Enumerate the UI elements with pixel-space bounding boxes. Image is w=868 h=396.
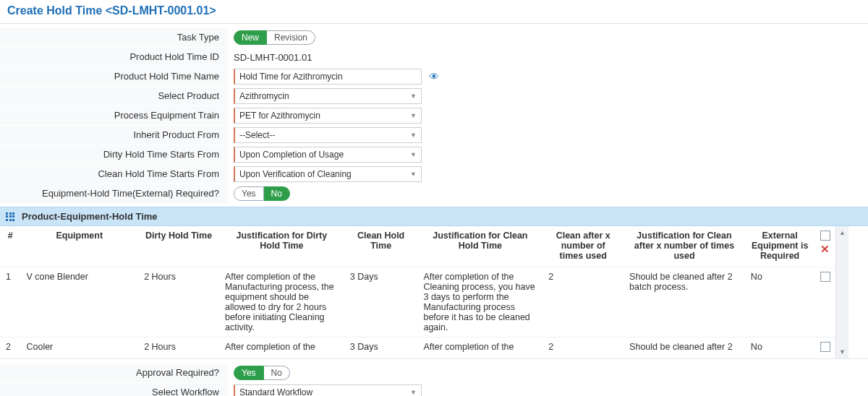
cell-check [814,337,835,358]
grid-icon [6,212,14,221]
form-area-bottom: Approval Required? Yes No Select Workflo… [0,359,868,397]
cell-num: 2 [0,337,20,358]
label-ext-required: Equipment-Hold Time(External) Required? [0,184,228,203]
col-select-all: ✕ [814,226,835,267]
cell-equipment: Cooler [20,337,138,358]
col-num: # [0,226,20,267]
delete-selected-icon[interactable]: ✕ [820,243,830,255]
cell-equipment: V cone Blender [20,267,138,337]
select-pet-value: PET for Azithromycin [239,111,320,121]
col-jcht: Justification for Clean Hold Time [417,226,542,267]
col-cht: Clean Hold Time [344,226,418,267]
chevron-down-icon: ▼ [410,171,417,178]
section-title: Product-Equipment-Hold Time [22,211,158,222]
select-product[interactable]: Azithromycin ▼ [234,88,422,104]
value-hold-time-id: SD-LMHT-0001.01 [234,52,312,63]
task-type-new[interactable]: New [234,30,267,45]
cell-cht: 3 Days [344,337,418,358]
label-select-product: Select Product [0,87,228,106]
col-ext: External Equipment is Required [745,226,815,267]
label-pet: Process Equipment Train [0,106,228,125]
cell-ext: No [745,267,815,337]
chevron-down-icon: ▼ [410,389,417,396]
approval-required-yes[interactable]: Yes [234,366,264,380]
select-workflow[interactable]: Standard Workflow ▼ [234,384,422,397]
section-header: Product-Equipment-Hold Time [0,207,868,226]
task-type-toggle[interactable]: New Revision [234,30,315,45]
table-row: 2 Cooler 2 Hours After completion of the… [0,337,835,358]
scroll-down-icon[interactable]: ▼ [839,348,846,356]
chevron-down-icon: ▼ [410,132,417,139]
select-product-value: Azithromycin [239,91,289,101]
select-inherit-from[interactable]: --Select-- ▼ [234,127,422,143]
table-wrap: # Equipment Dirty Hold Time Justificatio… [0,226,868,359]
label-approval-required: Approval Required? [0,363,228,382]
hold-time-table: # Equipment Dirty Hold Time Justificatio… [0,226,835,358]
chevron-down-icon: ▼ [410,112,417,119]
col-dht: Dirty Hold Time [138,226,219,267]
checkbox-select-all[interactable] [820,231,830,241]
label-inherit-from: Inherit Product From [0,126,228,145]
cell-cax: 2 [542,337,624,358]
cell-jdht: After completion of the [219,337,344,358]
cell-dht: 2 Hours [138,267,219,337]
task-type-revision[interactable]: Revision [267,30,315,45]
cell-check [814,267,835,337]
select-inherit-from-value: --Select-- [239,130,275,140]
select-dht-starts-value: Upon Completion of Usage [239,150,344,160]
label-cht-starts: Clean Hold Time Starts From [0,165,228,184]
cell-num: 1 [0,267,20,337]
select-pet[interactable]: PET for Azithromycin ▼ [234,108,422,124]
cell-jcht: After completion of the Cleaning process… [417,267,542,337]
ext-required-toggle[interactable]: Yes No [234,186,290,201]
row-checkbox[interactable] [820,272,830,282]
col-jdht: Justification for Dirty Hold Time [219,226,344,267]
label-task-type: Task Type [0,28,228,47]
select-workflow-value: Standard Workflow [239,387,312,397]
ext-required-no[interactable]: No [264,186,290,201]
select-dht-starts[interactable]: Upon Completion of Usage ▼ [234,147,422,163]
chevron-down-icon: ▼ [410,151,417,158]
label-hold-time-name: Product Hold Time Name [0,67,228,86]
select-cht-starts-value: Upon Verification of Cleaning [239,169,352,179]
cell-jcax: Should be cleaned after 2 [624,337,745,358]
label-select-workflow: Select Workflow [0,383,228,397]
ext-required-yes[interactable]: Yes [234,186,264,201]
approval-required-no[interactable]: No [264,366,290,380]
cell-jcht: After completion of the [417,337,542,358]
cell-jcax: Should be cleaned after 2 batch process. [624,267,745,337]
col-cax: Clean after x number of times used [542,226,624,267]
select-cht-starts[interactable]: Upon Verification of Cleaning ▼ [234,166,422,182]
approval-required-toggle[interactable]: Yes No [234,366,290,380]
scroll-up-icon[interactable]: ▲ [839,229,846,236]
table-row: 1 V cone Blender 2 Hours After completio… [0,267,835,337]
table-header-row: # Equipment Dirty Hold Time Justificatio… [0,226,835,267]
eye-icon[interactable]: 👁 [429,71,439,82]
cell-cax: 2 [542,267,624,337]
chevron-down-icon: ▼ [410,92,417,100]
page-title: Create Hold Time <SD-LMHT-0001.01> [0,0,868,24]
label-hold-time-id: Product Hold Time ID [0,48,228,66]
input-hold-time-name[interactable] [234,69,422,85]
col-equipment: Equipment [20,226,138,267]
cell-dht: 2 Hours [138,337,219,358]
scrollbar[interactable]: ▲ ▼ [835,226,848,358]
cell-cht: 3 Days [344,267,418,337]
col-jcax: Justification for Clean after x number o… [624,226,745,267]
cell-jdht: After completion of the Manufacturing pr… [219,267,344,337]
cell-ext: No [745,337,815,358]
form-area: Task Type New Revision Product Hold Time… [0,24,868,207]
label-dht-starts: Dirty Hold Time Starts From [0,145,228,164]
row-checkbox[interactable] [820,342,830,352]
